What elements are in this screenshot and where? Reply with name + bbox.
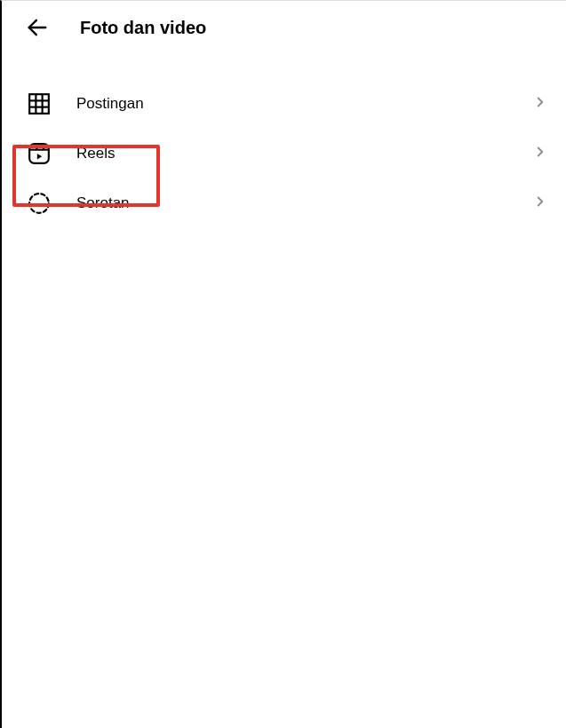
page-title: Foto dan video xyxy=(80,18,206,38)
reels-icon xyxy=(27,141,52,166)
svg-point-10 xyxy=(29,194,49,213)
svg-rect-1 xyxy=(29,94,49,114)
menu-item-sorotan[interactable]: Sorotan xyxy=(2,178,566,228)
arrow-left-icon xyxy=(25,15,50,40)
header: Foto dan video xyxy=(2,1,566,54)
svg-rect-6 xyxy=(29,144,49,163)
menu-item-label: Reels xyxy=(76,145,532,162)
menu-item-reels[interactable]: Reels xyxy=(2,129,566,178)
chevron-right-icon xyxy=(532,194,548,213)
menu-item-postingan[interactable]: Postingan xyxy=(2,79,566,129)
menu-item-label: Sorotan xyxy=(76,194,532,212)
chevron-right-icon xyxy=(532,94,548,114)
chevron-right-icon xyxy=(532,144,548,163)
menu-list: Postingan Reels xyxy=(2,54,566,228)
back-button[interactable] xyxy=(23,13,52,42)
grid-icon xyxy=(27,91,52,116)
highlights-icon xyxy=(27,191,52,216)
menu-item-label: Postingan xyxy=(76,95,532,113)
